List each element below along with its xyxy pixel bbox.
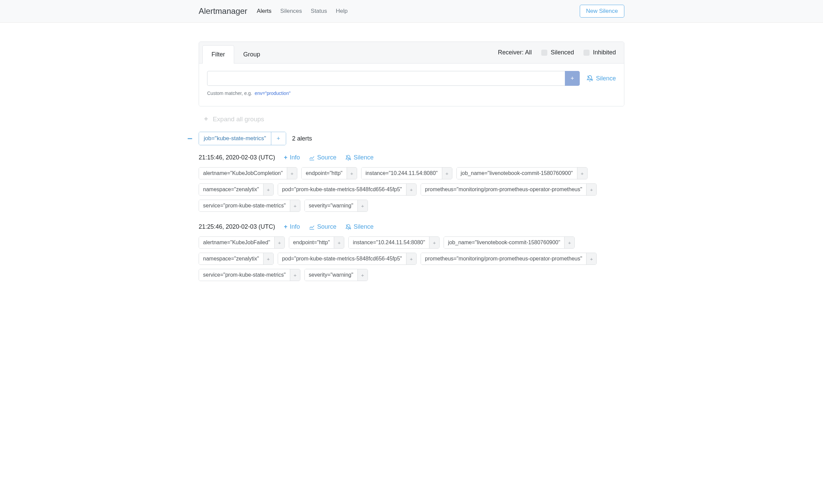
label-chip: endpoint="http"+: [301, 167, 357, 179]
inhibited-label: Inhibited: [593, 49, 616, 56]
expand-all-label: Expand all groups: [213, 116, 264, 123]
label-text: prometheus="monitoring/prom-prometheus-o…: [421, 184, 586, 195]
label-chip: prometheus="monitoring/prom-prometheus-o…: [421, 253, 597, 265]
nav-link-silences[interactable]: Silences: [280, 8, 302, 15]
label-text: endpoint="http": [302, 168, 347, 179]
bell-off-icon: [345, 155, 351, 161]
alert-info-button[interactable]: +Info: [284, 154, 300, 161]
label-text: alertname="KubeJobCompletion": [199, 168, 287, 179]
inhibited-toggle[interactable]: Inhibited: [583, 49, 616, 56]
add-label-filter-button[interactable]: +: [564, 237, 574, 248]
group-label: job="kube-state-metrics": [199, 132, 271, 145]
silence-button[interactable]: Silence: [587, 71, 616, 86]
new-silence-button[interactable]: New Silence: [580, 5, 625, 18]
add-label-filter-button[interactable]: +: [357, 269, 368, 281]
alert-silence-button[interactable]: Silence: [345, 223, 374, 230]
add-label-filter-button[interactable]: +: [347, 168, 357, 179]
nav-link-help[interactable]: Help: [336, 8, 348, 15]
label-text: job_name="livenotebook-commit-1580760900…: [444, 237, 564, 248]
bell-off-icon: [345, 224, 351, 230]
label-text: namespace="zenalytix": [199, 253, 263, 264]
labels-wrap: alertname="KubeJobFailed"+endpoint="http…: [199, 236, 624, 281]
label-text: service="prom-kube-state-metrics": [199, 269, 290, 281]
add-label-filter-button[interactable]: +: [406, 253, 416, 264]
add-label-filter-button[interactable]: +: [442, 168, 452, 179]
label-chip: instance="10.244.11.54:8080"+: [348, 236, 440, 249]
silenced-toggle[interactable]: Silenced: [541, 49, 574, 56]
brand: Alertmanager: [199, 6, 247, 16]
label-chip: alertname="KubeJobCompletion"+: [199, 167, 297, 179]
add-label-filter-button[interactable]: +: [586, 253, 596, 264]
label-chip: pod="prom-kube-state-metrics-5848fcd656-…: [278, 253, 417, 265]
label-text: pod="prom-kube-state-metrics-5848fcd656-…: [278, 253, 406, 264]
label-chip: job_name="livenotebook-commit-1580760900…: [456, 167, 588, 179]
alert-block: 21:15:46, 2020-02-03 (UTC)+InfoSourceSil…: [199, 154, 624, 212]
collapse-group-button[interactable]: −: [186, 133, 193, 144]
bell-off-icon: [587, 75, 593, 82]
add-label-filter-button[interactable]: +: [287, 168, 297, 179]
nav-link-alerts[interactable]: Alerts: [257, 8, 271, 15]
label-chip: prometheus="monitoring/prom-prometheus-o…: [421, 183, 597, 196]
add-label-filter-button[interactable]: +: [406, 184, 416, 195]
labels-wrap: alertname="KubeJobCompletion"+endpoint="…: [199, 167, 624, 212]
add-label-filter-button[interactable]: +: [357, 200, 368, 211]
label-text: prometheus="monitoring/prom-prometheus-o…: [421, 253, 586, 264]
add-label-filter-button[interactable]: +: [263, 253, 273, 264]
filter-hint: Custom matcher, e.g. env="production": [207, 91, 616, 96]
label-text: endpoint="http": [289, 237, 334, 248]
add-label-filter-button[interactable]: +: [274, 237, 284, 248]
label-chip: job_name="livenotebook-commit-1580760900…: [444, 236, 575, 249]
add-label-filter-button[interactable]: +: [586, 184, 596, 195]
alert-block: 21:25:46, 2020-02-03 (UTC)+InfoSourceSil…: [199, 223, 624, 281]
label-chip: alertname="KubeJobFailed"+: [199, 236, 285, 249]
label-chip: namespace="zenalytix"+: [199, 253, 274, 265]
add-label-filter-button[interactable]: +: [429, 237, 439, 248]
expand-all-button[interactable]: + Expand all groups: [204, 115, 624, 123]
nav-links: AlertsSilencesStatusHelp: [257, 8, 579, 15]
alert-source-button[interactable]: Source: [309, 154, 336, 161]
filter-input[interactable]: [207, 71, 565, 86]
add-label-filter-button[interactable]: +: [290, 269, 300, 281]
filter-card: FilterGroup Receiver: All Silenced Inhib…: [199, 42, 624, 106]
chart-icon: [309, 224, 315, 230]
add-label-filter-button[interactable]: +: [263, 184, 273, 195]
label-text: severity="warning": [305, 200, 357, 211]
tab-filter[interactable]: Filter: [202, 45, 234, 64]
label-chip: service="prom-kube-state-metrics"+: [199, 200, 300, 212]
plus-icon: +: [284, 223, 288, 230]
label-chip: service="prom-kube-state-metrics"+: [199, 269, 300, 281]
plus-icon: +: [204, 115, 208, 123]
label-chip: endpoint="http"+: [289, 236, 345, 249]
nav-link-status[interactable]: Status: [311, 8, 327, 15]
card-header: FilterGroup Receiver: All Silenced Inhib…: [199, 42, 624, 64]
label-text: severity="warning": [305, 269, 357, 281]
label-text: namespace="zenalytix": [199, 184, 263, 195]
checkbox-icon: [541, 50, 547, 56]
alert-silence-button[interactable]: Silence: [345, 154, 374, 161]
label-text: instance="10.244.11.54:8080": [349, 237, 429, 248]
label-chip: namespace="zenalytix"+: [199, 183, 274, 196]
alert-source-button[interactable]: Source: [309, 223, 336, 230]
alert-timestamp: 21:15:46, 2020-02-03 (UTC): [199, 154, 275, 161]
alert-timestamp: 21:25:46, 2020-02-03 (UTC): [199, 223, 275, 230]
add-label-filter-button[interactable]: +: [290, 200, 300, 211]
add-matcher-button[interactable]: +: [565, 71, 580, 86]
silenced-label: Silenced: [551, 49, 574, 56]
label-text: service="prom-kube-state-metrics": [199, 200, 290, 211]
checkbox-icon: [583, 50, 590, 56]
alert-info-button[interactable]: +Info: [284, 223, 300, 230]
tab-group[interactable]: Group: [234, 45, 269, 64]
add-label-filter-button[interactable]: +: [334, 237, 344, 248]
label-chip: severity="warning"+: [304, 200, 368, 212]
group-chip: job="kube-state-metrics" +: [199, 132, 286, 145]
label-text: pod="prom-kube-state-metrics-5848fcd656-…: [278, 184, 406, 195]
add-label-filter-button[interactable]: +: [577, 168, 587, 179]
receiver-label: Receiver: All: [498, 49, 532, 56]
silence-label: Silence: [596, 75, 616, 82]
label-chip: pod="prom-kube-state-metrics-5848fcd656-…: [278, 183, 417, 196]
plus-icon: +: [284, 154, 288, 161]
label-text: instance="10.244.11.54:8080": [361, 168, 442, 179]
label-text: job_name="livenotebook-commit-1580760900…: [457, 168, 577, 179]
add-group-filter-button[interactable]: +: [271, 132, 286, 145]
label-chip: severity="warning"+: [304, 269, 368, 281]
